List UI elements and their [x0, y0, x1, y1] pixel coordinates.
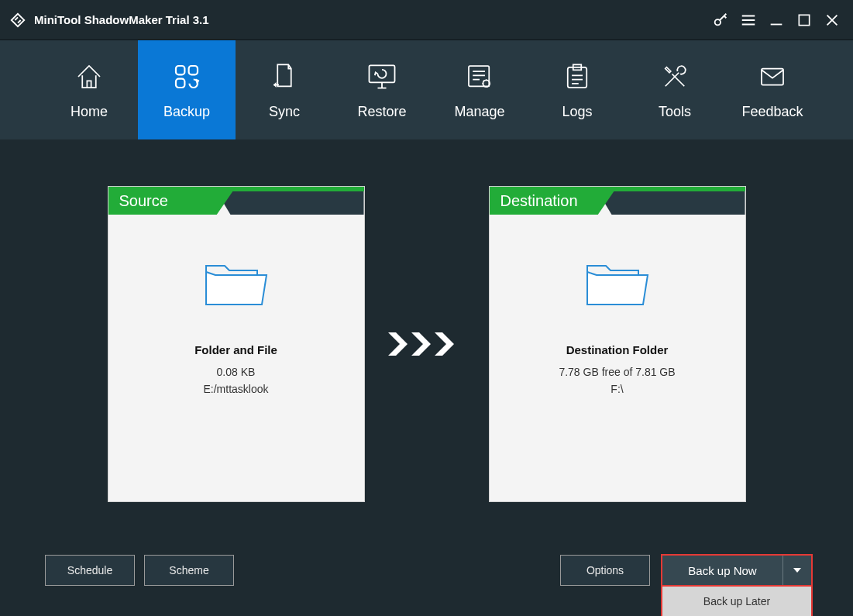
app-logo-icon [9, 12, 26, 29]
nav-label: Logs [562, 104, 592, 120]
main-area: Source Folder and File 0.08 KB E:/mttask… [0, 139, 853, 616]
tools-icon [659, 60, 691, 93]
svg-rect-9 [762, 68, 783, 84]
title-bar: MiniTool ShadowMaker Trial 3.1 [0, 0, 853, 40]
restore-icon [365, 60, 399, 93]
nav-manage[interactable]: Manage [431, 40, 528, 139]
backup-icon [170, 60, 203, 93]
app-title: MiniTool ShadowMaker Trial 3.1 [34, 13, 209, 26]
manage-icon [463, 60, 496, 93]
schedule-button[interactable]: Schedule [45, 555, 135, 586]
svg-rect-5 [370, 65, 395, 82]
backup-now-button[interactable]: Back up Now [662, 556, 783, 585]
source-header: Source [108, 187, 236, 215]
nav-tools[interactable]: Tools [626, 40, 724, 139]
svg-point-0 [715, 19, 721, 25]
home-icon [73, 60, 105, 93]
folder-icon [201, 258, 271, 315]
key-icon[interactable] [709, 9, 732, 32]
nav-label: Feedback [741, 104, 803, 120]
destination-freespace: 7.78 GB free of 7.81 GB [559, 366, 675, 378]
maximize-icon[interactable] [793, 9, 816, 32]
logs-icon [561, 60, 593, 93]
backup-dropdown: Back up Now Back up Later [661, 554, 813, 587]
backup-later-button[interactable]: Back up Later [661, 587, 813, 616]
nav-logs[interactable]: Logs [528, 40, 626, 139]
svg-rect-1 [799, 15, 809, 25]
minimize-icon[interactable] [765, 9, 788, 32]
source-size: 0.08 KB [217, 366, 256, 378]
options-button[interactable]: Options [560, 555, 650, 586]
nav-label: Sync [269, 104, 300, 120]
arrows-icon [365, 329, 489, 360]
svg-rect-2 [176, 66, 184, 74]
nav-feedback[interactable]: Feedback [724, 40, 821, 139]
main-nav: Home Backup Sync Restore Manage [0, 40, 853, 139]
source-path: E:/mttasklook [203, 383, 268, 395]
nav-sync[interactable]: Sync [236, 40, 333, 139]
nav-label: Home [71, 104, 108, 120]
nav-home[interactable]: Home [40, 40, 138, 139]
bottom-bar: Schedule Scheme Options Back up Now Back… [45, 554, 813, 587]
source-card[interactable]: Source Folder and File 0.08 KB E:/mttask… [108, 186, 365, 502]
menu-icon[interactable] [737, 9, 760, 32]
destination-path: F:\ [611, 383, 623, 395]
destination-title: Destination Folder [566, 343, 669, 356]
nav-backup[interactable]: Backup [138, 40, 236, 139]
svg-rect-3 [189, 66, 198, 74]
nav-label: Backup [163, 104, 210, 120]
folder-icon [583, 258, 652, 315]
feedback-icon [756, 60, 789, 93]
dropdown-caret-icon[interactable] [783, 556, 811, 585]
nav-label: Restore [357, 104, 406, 120]
svg-rect-4 [176, 78, 184, 87]
nav-restore[interactable]: Restore [333, 40, 431, 139]
source-title: Folder and File [194, 343, 277, 356]
close-icon[interactable] [820, 9, 844, 32]
sync-icon [268, 60, 301, 93]
scheme-button[interactable]: Scheme [144, 555, 234, 586]
destination-header: Destination [490, 187, 617, 215]
destination-card[interactable]: Destination Destination Folder 7.78 GB f… [489, 186, 746, 502]
nav-label: Manage [454, 104, 504, 120]
nav-label: Tools [659, 104, 691, 120]
